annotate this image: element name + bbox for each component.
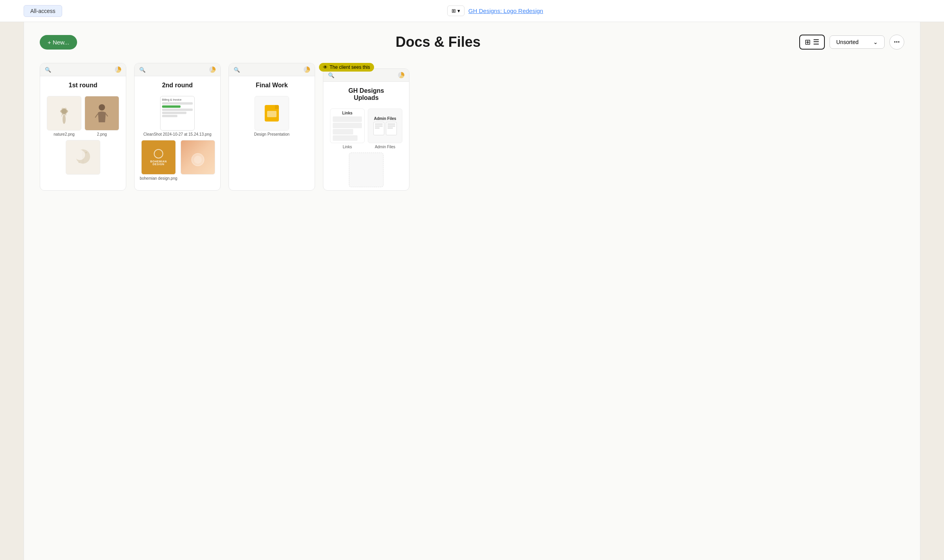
doc-line [375,125,383,127]
loading-spinner-icon [398,72,404,78]
file-label: Design Presentation [254,132,289,137]
list-toggle-icon: ☰ [813,38,819,46]
doc-line [375,123,383,125]
svg-point-13 [79,162,80,163]
cleanshot-preview: Billing & Invoice [160,96,194,130]
card-header-icons: 🔍 [45,67,51,73]
header-row: + New... Docs & Files ⊞ ☰ Unsorted ⌄ ··· [40,34,904,50]
file-label: nature2.png [53,132,74,137]
svg-point-0 [63,114,66,124]
admin-files-title: Admin Files [374,116,396,121]
top-bar: All-access ⊞ ▾ GH Designs: Logo Redesign [0,0,944,22]
new-button[interactable]: + New... [40,35,77,50]
card-header-icons: 🔍 [328,72,334,78]
svg-point-12 [85,152,87,153]
loading-spinner-icon [115,66,121,73]
file-label: 2.png [97,132,107,137]
grid-list-toggle-button[interactable]: ⊞ ☰ [799,35,825,50]
card-header-icons: 🔍 [234,67,240,73]
cs-line [162,109,193,111]
sort-chevron-icon: ⌄ [873,39,878,45]
more-icon: ··· [894,38,900,46]
flower-image [54,101,74,125]
folder-title: GH DesignsUploads [323,82,409,105]
client-tooltip-text: The client sees this [330,64,370,70]
more-options-button[interactable]: ··· [889,35,904,50]
card-header: 🔍 [229,63,315,76]
folder-content: Links Links Admin [323,105,409,190]
loading-spinner-icon [209,66,216,73]
file-thumbnail: Billing & Invoice [160,96,195,131]
mini-file [333,116,362,122]
folder-title: 1st round [40,76,126,93]
file-item-gradient[interactable] [181,140,215,181]
cs-text: Billing & Invoice [162,98,193,101]
cs-line [162,102,193,105]
search-icon: 🔍 [328,72,334,78]
grid-toggle-icon: ⊞ [805,38,811,46]
search-icon: 🔍 [45,67,51,73]
file-label: CleanShot 2024-10-27 at 15.24.13.png [144,132,212,137]
view-controls: ⊞ ☰ Unsorted ⌄ ··· [799,35,904,50]
file-thumbnail [47,96,81,131]
file-item-design-presentation[interactable]: Design Presentation [254,96,289,137]
folder-content: Design Presentation [229,93,315,140]
file-item-2png[interactable]: 2.png [85,96,119,137]
sort-dropdown[interactable]: Unsorted ⌄ [830,35,885,49]
main-area: + New... Docs & Files ⊞ ☰ Unsorted ⌄ ···… [24,22,920,560]
folder-card-2nd-round[interactable]: 🔍 2nd round Billing & Invoice [134,63,221,191]
moon-image [71,145,95,170]
all-access-tab[interactable]: All-access [24,5,62,17]
admin-docs [373,122,397,135]
top-bar-center: ⊞ ▾ GH Designs: Logo Redesign [70,6,920,16]
cs-line [162,112,186,114]
admin-doc-2 [386,122,397,135]
sort-label: Unsorted [836,39,859,45]
figure-image [92,103,112,124]
svg-point-5 [61,109,67,114]
links-files [333,116,362,141]
file-label: bohemian design.png [140,176,177,181]
file-item-moon[interactable] [66,140,100,175]
bohemian-circle [154,149,163,158]
folder-card-final-work[interactable]: 🔍 Final Work Design Presentation [229,63,315,191]
cards-grid: 🔍 1st round [40,63,904,191]
file-label: Admin Files [375,145,395,149]
mini-file [333,135,358,141]
folder-content: Billing & Invoice CleanShot 2024-10-27 a… [135,93,220,184]
file-thumbnail [66,140,100,175]
page-title: Docs & Files [77,34,799,50]
breadcrumb-link[interactable]: GH Designs: Logo Redesign [468,7,543,14]
card-header: 🔍 [135,63,220,76]
file-item-cleanshot[interactable]: Billing & Invoice CleanShot 2024-10-27 a… [144,96,212,137]
gh-card-wrapper: 👁 The client sees this 🔍 GH DesignsUploa… [323,68,409,191]
eye-icon: 👁 [323,64,328,70]
file-thumbnail [85,96,119,131]
file-item-links[interactable]: Links Links [330,109,365,149]
file-thumbnail [254,96,289,131]
file-thumbnail: Links [330,109,365,143]
google-slides-icon [265,105,279,122]
grid-view-button[interactable]: ⊞ ▾ [447,6,465,16]
bohemian-preview: BOHEMIANDESIGN [142,140,175,174]
mini-file [333,123,362,128]
doc-line [387,125,395,127]
cs-line [162,115,177,117]
folder-card-1st-round[interactable]: 🔍 1st round [40,63,126,191]
client-tooltip: 👁 The client sees this [319,63,374,72]
folder-card-gh-uploads[interactable]: 🔍 GH DesignsUploads Links [323,68,409,191]
bohemian-text: BOHEMIANDESIGN [150,160,167,166]
mini-file [333,129,353,134]
file-item-bohemian[interactable]: BOHEMIANDESIGN bohemian design.png [140,140,177,181]
grid-icon: ⊞ [452,8,456,14]
chevron-down-icon: ▾ [457,8,460,14]
file-thumbnail [181,140,215,175]
svg-point-10 [75,150,85,160]
folder-content: nature2.png 2.png [40,93,126,178]
file-item-admin-files[interactable]: Admin Files [368,109,402,149]
card-header-icons: 🔍 [139,67,146,73]
file-thumbnail [349,153,384,187]
admin-doc-1 [373,122,384,135]
links-folder-title: Links [342,111,352,115]
file-item-nature2[interactable]: nature2.png [47,96,81,137]
